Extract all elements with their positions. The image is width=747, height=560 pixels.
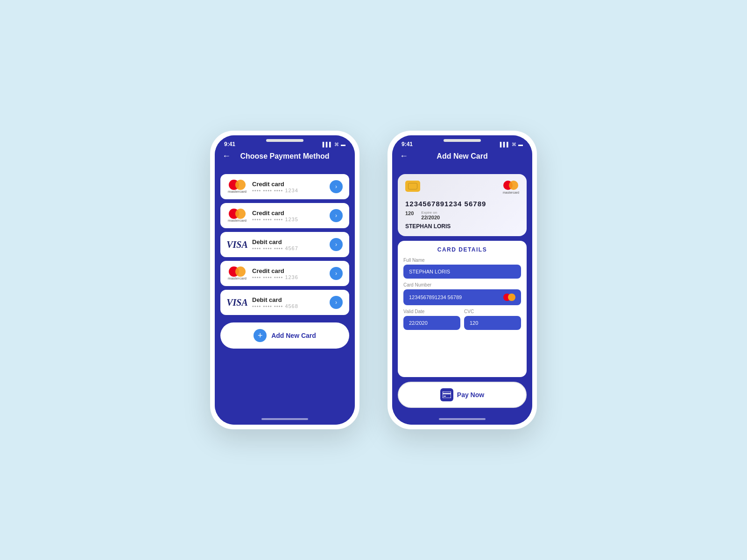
card-logo-4: mastercard <box>227 266 247 280</box>
vc-mc-yellow <box>509 181 518 190</box>
card-logo-5: VISA <box>227 295 247 309</box>
time-2: 9:41 <box>402 141 413 147</box>
full-name-input[interactable]: STEPHAN LORIS <box>403 265 521 279</box>
add-card-button[interactable]: + Add New Card <box>220 322 349 349</box>
vc-mc-circles <box>503 181 518 190</box>
wifi-icon-1: ⌘ <box>334 142 339 147</box>
phone-1: 9:41 ▌▌▌ ⌘ ▬ ← Choose Payment Method <box>210 131 359 429</box>
mc-yellow-circle-4 <box>235 266 246 277</box>
card-type-1: Credit card <box>252 181 325 188</box>
card-number-value: 1234567891234 56789 <box>409 294 462 300</box>
mastercard-logo-1 <box>229 180 246 189</box>
card-arrow-5[interactable]: › <box>330 296 343 309</box>
valid-date-field: Valid Date 22/2020 <box>403 309 460 334</box>
card-info-3: Debit card •••• •••• •••• 4567 <box>252 238 325 251</box>
vc-top: mastercard <box>405 181 519 194</box>
card-logo-3: VISA <box>227 238 247 252</box>
battery-icon-1: ▬ <box>341 142 345 147</box>
cvc-value: 120 <box>470 320 478 326</box>
back-button-1[interactable]: ← <box>222 151 231 161</box>
chip-icon <box>405 181 420 192</box>
battery-icon-2: ▬ <box>518 142 523 147</box>
pay-icon <box>440 388 453 401</box>
vc-mastercard: mastercard <box>503 181 519 194</box>
phone-2: 9:41 ▌▌▌ ⌘ ▬ ← Add New Card <box>388 131 537 429</box>
home-indicator-2 <box>392 413 532 425</box>
add-card-label: Add New Card <box>271 332 316 339</box>
time-1: 9:41 <box>224 141 235 147</box>
header-2: ← Add New Card <box>392 147 532 168</box>
card-item-2[interactable]: mastercard Credit card •••• •••• •••• 12… <box>220 203 349 228</box>
status-icons-1: ▌▌▌ ⌘ ▬ <box>323 142 345 147</box>
home-bar-2 <box>439 418 486 420</box>
card-item-3[interactable]: VISA Debit card •••• •••• •••• 4567 › <box>220 232 349 257</box>
phone-2-screen: 9:41 ▌▌▌ ⌘ ▬ ← Add New Card <box>392 135 532 425</box>
cvc-label: CVC <box>464 309 521 314</box>
card-type-3: Debit card <box>252 238 325 245</box>
valid-date-input[interactable]: 22/2020 <box>403 316 460 330</box>
card-info-5: Debit card •••• •••• •••• 4568 <box>252 296 325 309</box>
card-item-5[interactable]: VISA Debit card •••• •••• •••• 4568 › <box>220 290 349 315</box>
chip-inner <box>408 183 417 189</box>
cvc-input[interactable]: 120 <box>464 316 521 330</box>
full-name-label: Full Name <box>403 258 521 263</box>
mastercard-logo-4 <box>229 266 246 275</box>
card-type-4: Credit card <box>252 267 325 274</box>
valid-date-value: 22/2020 <box>409 320 428 326</box>
main-container: 9:41 ▌▌▌ ⌘ ▬ ← Choose Payment Method <box>191 112 556 448</box>
card-dots-5: •••• •••• •••• 4568 <box>252 303 325 309</box>
card-arrow-1[interactable]: › <box>330 180 343 193</box>
card-item-1[interactable]: mastercard Credit card •••• •••• •••• 12… <box>220 174 349 199</box>
mastercard-logo-2 <box>229 209 246 217</box>
home-bar-1 <box>261 418 308 420</box>
visa-logo-1: VISA <box>226 239 248 250</box>
pay-now-label: Pay Now <box>457 391 484 399</box>
card-number-input[interactable]: 1234567891234 56789 <box>403 289 521 305</box>
signal-icon-1: ▌▌▌ <box>323 142 332 147</box>
card-dots-4: •••• •••• •••• 1236 <box>252 274 325 280</box>
card-logo-1: mastercard <box>227 180 247 194</box>
card-number-label: Card Number <box>403 282 521 287</box>
signal-icon-2: ▌▌▌ <box>500 142 510 147</box>
add-icon: + <box>254 329 267 342</box>
svg-rect-2 <box>444 396 446 397</box>
phone-1-screen: 9:41 ▌▌▌ ⌘ ▬ ← Choose Payment Method <box>215 135 355 425</box>
card-number-mc-logo <box>503 294 515 301</box>
mc-yellow-circle-2 <box>235 209 246 219</box>
payment-list: mastercard Credit card •••• •••• •••• 12… <box>215 168 355 413</box>
vc-bottom: 120 Expire on 22/2020 <box>405 210 519 220</box>
card-arrow-2[interactable]: › <box>330 209 343 222</box>
card-type-2: Credit card <box>252 210 325 217</box>
vc-expire: Expire on 22/2020 <box>421 210 440 220</box>
vc-expire-label: Expire on <box>421 210 440 215</box>
card-arrow-4[interactable]: › <box>330 267 343 280</box>
form-title: CARD DETAILS <box>403 246 521 253</box>
pay-now-button[interactable]: Pay Now <box>398 382 527 408</box>
header-title-1: Choose Payment Method <box>236 152 333 161</box>
svg-rect-0 <box>443 392 451 398</box>
vc-cvv-value: 120 <box>405 210 414 216</box>
card-info-2: Credit card •••• •••• •••• 1235 <box>252 210 325 222</box>
header-1: ← Choose Payment Method <box>215 147 355 168</box>
cvc-field: CVC 120 <box>464 309 521 334</box>
card-logo-2: mastercard <box>227 209 247 223</box>
vc-number: 1234567891234 56789 <box>405 200 519 208</box>
header-title-2: Add New Card <box>414 152 511 161</box>
card-item-4[interactable]: mastercard Credit card •••• •••• •••• 12… <box>220 261 349 286</box>
card-info-4: Credit card •••• •••• •••• 1236 <box>252 267 325 280</box>
card-details-form: CARD DETAILS Full Name STEPHAN LORIS Car… <box>398 241 527 377</box>
home-indicator-1 <box>215 413 355 425</box>
add-card-content: mastercard 1234567891234 56789 120 Expir… <box>392 168 532 413</box>
back-button-2[interactable]: ← <box>400 151 408 161</box>
full-name-value: STEPHAN LORIS <box>409 269 450 274</box>
valid-date-label: Valid Date <box>403 309 460 314</box>
cn-mc-yellow <box>508 294 515 301</box>
card-dots-2: •••• •••• •••• 1235 <box>252 217 325 222</box>
card-dots-3: •••• •••• •••• 4567 <box>252 245 325 251</box>
svg-rect-1 <box>443 393 451 394</box>
notch-2 <box>444 139 481 142</box>
card-dots-1: •••• •••• •••• 1234 <box>252 188 325 193</box>
status-icons-2: ▌▌▌ ⌘ ▬ <box>500 142 523 147</box>
card-arrow-3[interactable]: › <box>330 238 343 251</box>
vc-details-left: 120 Expire on 22/2020 <box>405 210 440 220</box>
